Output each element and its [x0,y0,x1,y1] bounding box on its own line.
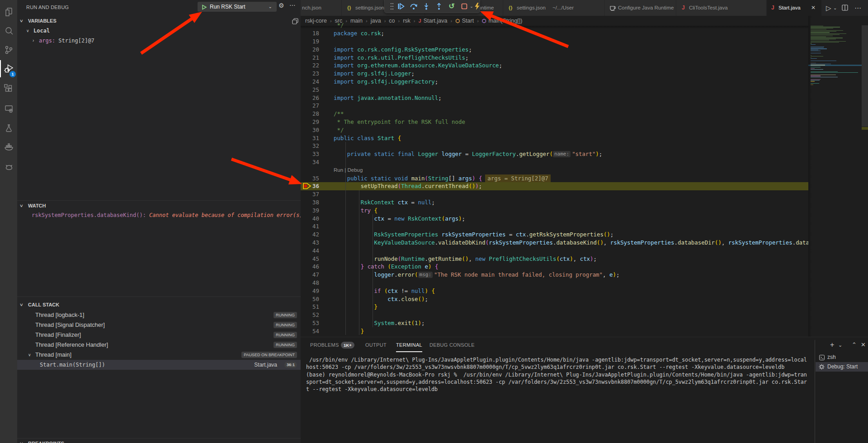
tab-start-java[interactable]: JStart.java✕ [767,0,822,16]
section-call-stack[interactable]: ∨CALL STACK [17,297,301,310]
thread-status-badge: RUNNING [274,332,297,338]
terminal-list-debug-start[interactable]: Debug: Start [816,362,868,372]
line-number: 26 [301,94,319,102]
scope-label: Local [33,26,50,36]
tab-launch-json[interactable]: nch.json [301,0,342,16]
close-panel-icon[interactable]: ✕ [861,337,866,353]
line-number: 39 [301,207,319,215]
tab-configure-java-runtime[interactable]: Configure Java Runtime [605,0,676,16]
code-line-28: 28/** [301,110,808,118]
code-line-50: 50 ctx.close(); [301,295,808,303]
line-number: 46 [301,263,319,271]
overview-ruler-current-line-mark [862,127,868,130]
line-number: 40 [301,215,319,223]
run-configuration-dropdown[interactable]: Run RSK Start ⌄ [198,2,277,12]
java-file-icon: J [682,0,685,16]
line-number: 32 [301,142,319,150]
editor-scrollbar[interactable] [862,25,868,127]
debug-restart-icon[interactable]: ↺ [447,2,456,11]
code-text: System.exit(1); [334,319,425,327]
debug-continue-icon[interactable] [396,2,406,11]
panel-tab-output[interactable]: OUTPUT [365,337,387,353]
panel-tab-problems[interactable]: PROBLEMS [310,337,339,353]
thread-row[interactable]: Thread [Signal Dispatcher]RUNNING [17,320,301,330]
line-number: 51 [301,303,319,311]
maximize-panel-icon[interactable]: ⌃ [852,337,857,353]
section-breakpoints[interactable]: ∨BREAKPOINTS [17,438,301,443]
code-text: public static void main(String[] args) {… [334,174,551,183]
debug-hot-code-replace-icon[interactable] [472,2,481,11]
code-text: logger.error(msg:"The RSK node main thre… [334,271,619,279]
code-text: } [334,303,377,311]
breakpoint-paused-icon[interactable] [302,182,311,190]
close-tab-icon[interactable]: ✕ [811,0,816,16]
activity-run-and-debug-icon[interactable]: 1 [0,60,17,78]
thread-status-badge: RUNNING [274,322,297,328]
code-line-18: 18package co.rsk; [301,29,808,38]
variable-args[interactable]: ›args: String[2]@7 [17,36,301,46]
activity-testing-icon[interactable] [0,119,17,137]
panel-tab-debug-console[interactable]: DEBUG CONSOLE [429,337,475,353]
row-label: Thread [logback-1] [35,310,84,320]
tab-settings-json-user[interactable]: {}settings.json~/.../User [503,0,605,16]
variables-scope-local[interactable]: ∨Local [17,26,301,36]
terminal-list-zsh[interactable]: zsh [816,353,868,362]
line-number: 35 [301,174,319,183]
terminal-output[interactable]: /usr/bin/env /Library/Internet\ Plug-Ins… [306,356,812,393]
activity-explorer-icon[interactable] [0,2,17,20]
new-terminal-icon[interactable]: + [830,337,834,353]
code-text: ctx = new RskContext(args); [334,215,465,223]
line-number: 37 [301,190,319,198]
variable-value: String[2]@7 [58,38,94,44]
code-line-51: 51 } [301,303,808,311]
json-icon: {} [347,0,351,16]
chevron-down-icon: ∨ [19,201,24,211]
copy-panel-icon[interactable] [292,18,298,24]
debug-count-badge: 1 [9,71,16,77]
activity-docker-icon[interactable] [0,138,17,156]
debug-step-into-icon[interactable] [422,2,431,11]
terminal-label: zsh [827,353,836,362]
minimap[interactable] [808,16,862,337]
thread-row[interactable]: Thread [logback-1]RUNNING [17,310,301,320]
watch-error-text: Cannot evaluate because of compilation e… [149,212,301,218]
code-line-40: 40 ctx = new RskContext(args); [301,215,808,223]
run-chevron-icon[interactable]: ⌄ [833,0,837,16]
activity-remote-icon[interactable] [0,99,17,118]
thread-row[interactable]: Thread [Reference Handler]RUNNING [17,340,301,350]
panel-tab-terminal[interactable]: TERMINAL [396,337,422,353]
code-text: * The entrypoint for the RSK full node [334,118,465,126]
code-text: } catch (Exception e) { [334,263,438,271]
terminal-dropdown-icon[interactable]: ⌄ [838,337,842,353]
run-button[interactable]: ▷ [826,0,831,16]
more-actions-icon[interactable]: ⋯ [289,1,296,9]
watch-expression[interactable]: rskSystemProperties.databaseKind(): Cann… [17,210,301,220]
tab-clitoolstest-java[interactable]: JCliToolsTest.java [676,0,767,16]
code-text: if (ctx != null) { [334,287,435,295]
vscode-window: 1 RUN AND DEBUG ∨VARIABLES∨Local›args: S… [0,0,868,443]
activity-extensions-icon[interactable] [0,80,17,98]
editor-more-actions-icon[interactable]: ⋯ [854,0,861,16]
code-text: import javax.annotation.Nonnull; [334,94,442,102]
code-line-35: 35 public static void main(String[] args… [301,174,808,183]
activity-pets-icon[interactable] [0,157,17,175]
chevron-down-icon: ∨ [26,26,29,36]
stack-frame[interactable]: Start.main(String[])Start.java36:1 [17,360,301,370]
thread-row[interactable]: ∨Thread [main]PAUSED ON BREAKPOINT [17,350,301,360]
chevron-right-icon: › [33,36,34,46]
split-editor-icon[interactable] [842,0,848,17]
line-number: 29 [301,118,319,126]
codelens-run-debug[interactable]: Run | Debug [334,166,363,174]
code-text: import org.ethereum.datasource.KeyValueD… [334,61,502,70]
activity-source-control-icon[interactable] [0,41,17,59]
debug-step-over-icon[interactable] [409,2,418,11]
chevron-down-icon: ∨ [19,438,24,443]
section-variables[interactable]: ∨VARIABLES [17,16,301,26]
section-watch[interactable]: ∨WATCH [17,200,301,211]
line-number: 25 [301,86,319,94]
activity-search-icon[interactable] [0,22,17,40]
code-text: public class Start { [334,134,401,142]
thread-row[interactable]: Thread [Finalizer]RUNNING [17,330,301,340]
debug-step-out-icon[interactable] [434,2,443,11]
gear-icon[interactable]: ⚙ [278,2,284,9]
